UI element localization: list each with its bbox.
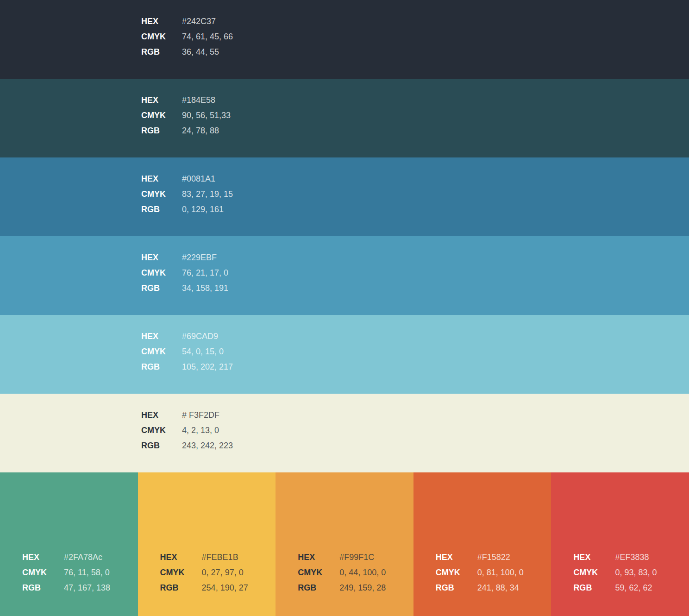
hex-label: HEX <box>141 93 182 108</box>
rgb-value: 47, 167, 138 <box>64 580 110 596</box>
hex-value: #184E58 <box>182 93 231 108</box>
palette-column-burnt-orange: HEX #F15822 CMYK 0, 81, 100, 0 RGB 241, … <box>413 472 551 616</box>
rgb-label: RGB <box>141 202 182 217</box>
palette-row-dark-navy: HEX #242C37 CMYK 74, 61, 45, 66 RGB 36, … <box>0 0 689 79</box>
color-info: HEX #FEBE1B CMYK 0, 27, 97, 0 RGB 254, 1… <box>160 550 248 596</box>
color-info: HEX #F99F1C CMYK 0, 44, 100, 0 RGB 249, … <box>298 550 386 596</box>
hex-label: HEX <box>160 550 202 565</box>
hex-value: #F99F1C <box>339 550 386 565</box>
cmyk-label: CMYK <box>436 565 477 580</box>
rgb-label: RGB <box>22 580 64 596</box>
hex-value: #242C37 <box>182 14 233 29</box>
cmyk-value: 0, 81, 100, 0 <box>477 565 524 580</box>
rgb-label: RGB <box>141 438 182 453</box>
color-info: HEX #229EBF CMYK 76, 21, 17, 0 RGB 34, 1… <box>141 250 228 296</box>
hex-label: HEX <box>141 171 182 187</box>
hex-value: #0081A1 <box>182 171 233 187</box>
rgb-value: 36, 44, 55 <box>182 44 233 60</box>
cmyk-value: 0, 44, 100, 0 <box>339 565 386 580</box>
palette-row-dark-teal: HEX #184E58 CMYK 90, 56, 51,33 RGB 24, 7… <box>0 79 689 157</box>
rgb-value: 249, 159, 28 <box>339 580 386 596</box>
cmyk-label: CMYK <box>160 565 202 580</box>
cmyk-value: 0, 27, 97, 0 <box>202 565 248 580</box>
cmyk-label: CMYK <box>298 565 339 580</box>
cmyk-label: CMYK <box>141 265 182 281</box>
cmyk-label: CMYK <box>141 29 182 44</box>
color-info: HEX #0081A1 CMYK 83, 27, 19, 15 RGB 0, 1… <box>141 171 233 217</box>
hex-value: #2FA78Ac <box>64 550 110 565</box>
cmyk-label: CMYK <box>141 187 182 202</box>
cmyk-value: 54, 0, 15, 0 <box>182 344 233 359</box>
color-info: HEX # F3F2DF CMYK 4, 2, 13, 0 RGB 243, 2… <box>141 408 233 453</box>
hex-label: HEX <box>141 408 182 423</box>
rgb-value: 24, 78, 88 <box>182 123 231 138</box>
hex-label: HEX <box>298 550 339 565</box>
cmyk-label: CMYK <box>141 423 182 438</box>
palette-column-orange: HEX #F99F1C CMYK 0, 44, 100, 0 RGB 249, … <box>276 472 413 616</box>
palette-row-cream: HEX # F3F2DF CMYK 4, 2, 13, 0 RGB 243, 2… <box>0 394 689 472</box>
cmyk-label: CMYK <box>141 108 182 123</box>
cmyk-value: 90, 56, 51,33 <box>182 108 231 123</box>
palette-column-yellow: HEX #FEBE1B CMYK 0, 27, 97, 0 RGB 254, 1… <box>138 472 276 616</box>
rgb-label: RGB <box>436 580 477 596</box>
color-palette: HEX #242C37 CMYK 74, 61, 45, 66 RGB 36, … <box>0 0 689 616</box>
color-info: HEX #69CAD9 CMYK 54, 0, 15, 0 RGB 105, 2… <box>141 329 233 375</box>
rgb-label: RGB <box>160 580 202 596</box>
cmyk-label: CMYK <box>141 344 182 359</box>
rgb-value: 34, 158, 191 <box>182 281 228 296</box>
cmyk-label: CMYK <box>22 565 64 580</box>
cmyk-label: CMYK <box>573 565 615 580</box>
hex-label: HEX <box>141 14 182 29</box>
hex-value: #F15822 <box>477 550 524 565</box>
hex-value: #EF3838 <box>615 550 657 565</box>
color-info: HEX #F15822 CMYK 0, 81, 100, 0 RGB 241, … <box>436 550 524 596</box>
hex-label: HEX <box>22 550 64 565</box>
hex-value: #229EBF <box>182 250 228 265</box>
rgb-value: 254, 190, 27 <box>202 580 248 596</box>
palette-columns: HEX #2FA78Ac CMYK 76, 11, 58, 0 RGB 47, … <box>0 472 689 616</box>
color-info: HEX #184E58 CMYK 90, 56, 51,33 RGB 24, 7… <box>141 93 231 138</box>
rgb-value: 243, 242, 223 <box>182 438 233 453</box>
rgb-value: 0, 129, 161 <box>182 202 233 217</box>
rgb-label: RGB <box>298 580 339 596</box>
hex-label: HEX <box>436 550 477 565</box>
hex-label: HEX <box>573 550 615 565</box>
cmyk-value: 76, 11, 58, 0 <box>64 565 110 580</box>
cmyk-value: 4, 2, 13, 0 <box>182 423 233 438</box>
rgb-value: 59, 62, 62 <box>615 580 657 596</box>
rgb-label: RGB <box>141 123 182 138</box>
rgb-label: RGB <box>573 580 615 596</box>
rgb-value: 105, 202, 217 <box>182 359 233 375</box>
palette-column-green: HEX #2FA78Ac CMYK 76, 11, 58, 0 RGB 47, … <box>0 472 138 616</box>
cmyk-value: 74, 61, 45, 66 <box>182 29 233 44</box>
hex-value: # F3F2DF <box>182 408 233 423</box>
palette-row-light-blue: HEX #69CAD9 CMYK 54, 0, 15, 0 RGB 105, 2… <box>0 315 689 394</box>
color-info: HEX #2FA78Ac CMYK 76, 11, 58, 0 RGB 47, … <box>22 550 110 596</box>
color-info: HEX #EF3838 CMYK 0, 93, 83, 0 RGB 59, 62… <box>573 550 657 596</box>
palette-row-medium-blue: HEX #229EBF CMYK 76, 21, 17, 0 RGB 34, 1… <box>0 236 689 315</box>
hex-label: HEX <box>141 250 182 265</box>
rgb-label: RGB <box>141 281 182 296</box>
palette-row-ocean-blue: HEX #0081A1 CMYK 83, 27, 19, 15 RGB 0, 1… <box>0 157 689 236</box>
rgb-label: RGB <box>141 44 182 60</box>
rgb-label: RGB <box>141 359 182 375</box>
cmyk-value: 83, 27, 19, 15 <box>182 187 233 202</box>
hex-value: #FEBE1B <box>202 550 248 565</box>
hex-label: HEX <box>141 329 182 344</box>
hex-value: #69CAD9 <box>182 329 233 344</box>
cmyk-value: 76, 21, 17, 0 <box>182 265 228 281</box>
color-info: HEX #242C37 CMYK 74, 61, 45, 66 RGB 36, … <box>141 14 233 60</box>
palette-column-red: HEX #EF3838 CMYK 0, 93, 83, 0 RGB 59, 62… <box>551 472 689 616</box>
rgb-value: 241, 88, 34 <box>477 580 524 596</box>
cmyk-value: 0, 93, 83, 0 <box>615 565 657 580</box>
